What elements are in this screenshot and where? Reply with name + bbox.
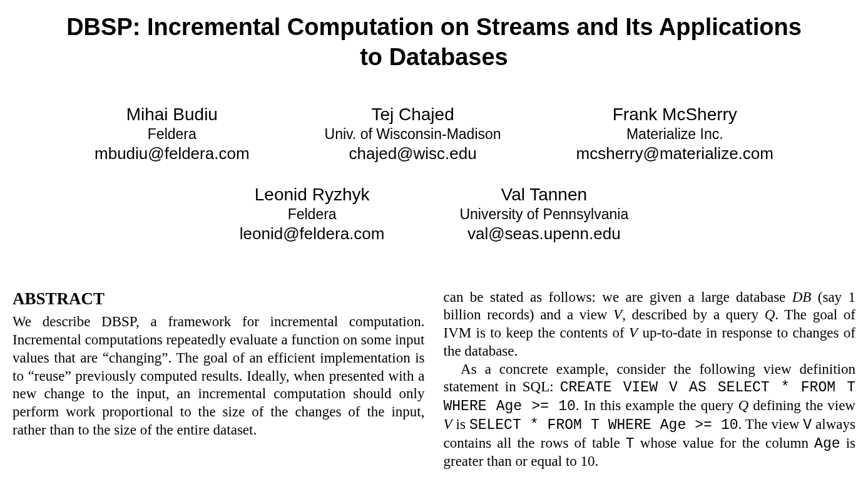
table-name: V bbox=[803, 417, 812, 433]
authors-row-2: Leonid Ryzhyk Feldera leonid@feldera.com… bbox=[9, 183, 859, 245]
author-email: mbudiu@feldera.com bbox=[94, 143, 250, 165]
text: , described by a query bbox=[622, 307, 765, 322]
text: can be stated as follows: we are given a… bbox=[444, 289, 792, 305]
author-block: Leonid Ryzhyk Feldera leonid@feldera.com bbox=[240, 183, 385, 245]
variable-v: V bbox=[444, 416, 452, 432]
author-name: Frank McSherry bbox=[576, 103, 774, 126]
intro-paragraph-1: can be stated as follows: we are given a… bbox=[444, 289, 856, 361]
two-column-body: ABSTRACT We describe DBSP, a framework f… bbox=[9, 289, 859, 471]
variable-q: Q bbox=[765, 307, 775, 322]
sql-code: SELECT * FROM T WHERE Age >= 10 bbox=[469, 417, 738, 433]
variable-db: DB bbox=[792, 289, 812, 305]
author-block: Mihai Budiu Feldera mbudiu@feldera.com bbox=[94, 103, 250, 165]
table-name: T bbox=[626, 436, 635, 452]
author-email: val@seas.upenn.edu bbox=[459, 224, 628, 245]
column-name: Age bbox=[814, 436, 840, 452]
abstract-heading: ABSTRACT bbox=[13, 289, 425, 310]
text: whose value for the column bbox=[635, 435, 814, 451]
author-email: mcsherry@materialize.com bbox=[576, 143, 774, 165]
author-email: chajed@wisc.edu bbox=[325, 143, 501, 165]
variable-q: Q bbox=[738, 398, 748, 413]
author-affiliation: Materialize Inc. bbox=[576, 126, 774, 143]
author-name: Tej Chajed bbox=[325, 103, 501, 126]
author-affiliation: Feldera bbox=[240, 206, 385, 224]
author-affiliation: Feldera bbox=[94, 126, 250, 143]
author-name: Mihai Budiu bbox=[94, 103, 250, 126]
author-block: Val Tannen University of Pennsylvania va… bbox=[459, 183, 628, 245]
intro-paragraph-2: As a concrete example, consider the foll… bbox=[444, 361, 856, 471]
variable-v: V bbox=[613, 307, 622, 322]
text: is bbox=[452, 416, 469, 432]
author-affiliation: University of Pennsylvania bbox=[459, 206, 628, 224]
author-email: leonid@feldera.com bbox=[240, 224, 385, 245]
text: . In this example the query bbox=[576, 398, 738, 413]
text: . The view bbox=[738, 416, 804, 432]
author-block: Tej Chajed Univ. of Wisconsin-Madison ch… bbox=[325, 103, 501, 165]
author-name: Val Tannen bbox=[459, 183, 628, 206]
right-column: can be stated as follows: we are given a… bbox=[444, 289, 856, 471]
paper-title: DBSP: Incremental Computation on Streams… bbox=[59, 13, 810, 72]
author-affiliation: Univ. of Wisconsin-Madison bbox=[325, 126, 501, 143]
author-name: Leonid Ryzhyk bbox=[240, 183, 385, 206]
author-block: Frank McSherry Materialize Inc. mcsherry… bbox=[576, 103, 774, 165]
authors-row-1: Mihai Budiu Feldera mbudiu@feldera.com T… bbox=[9, 103, 859, 165]
abstract-text: We describe DBSP, a framework for increm… bbox=[13, 313, 425, 439]
text: defining the view bbox=[748, 398, 855, 413]
variable-v: V bbox=[629, 325, 638, 341]
left-column: ABSTRACT We describe DBSP, a framework f… bbox=[13, 289, 425, 471]
